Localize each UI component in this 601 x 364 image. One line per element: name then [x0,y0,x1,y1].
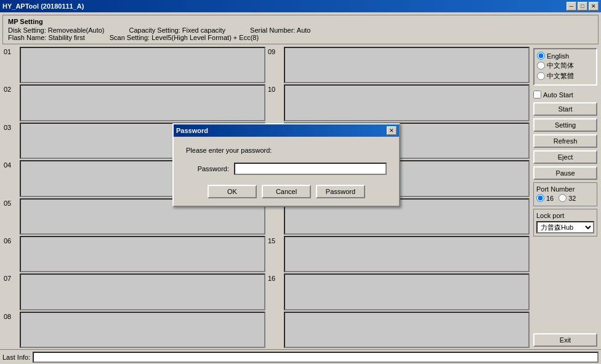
slot-16: 16 [267,273,530,310]
port-16-radio[interactable] [536,194,544,202]
close-button[interactable]: ✕ [589,2,599,10]
lock-port-group: Lock port 力普森Hub [533,209,597,237]
title-bar-buttons: ─ □ ✕ [567,2,599,10]
status-label: Last Info: [2,354,30,361]
slot-09: 09 [267,47,530,83]
slot-01-number: 01 [2,47,20,83]
password-dialog: Password ✕ Please enter your password: P… [172,123,400,207]
port-32-radio[interactable] [559,194,567,202]
dialog-field-label: Password: [186,165,229,172]
maximize-button[interactable]: □ [578,2,587,10]
slot-09-number: 09 [267,47,284,83]
dialog-close-button[interactable]: ✕ [387,126,397,135]
lang-traditional-item[interactable]: 中文繁體 [537,71,594,81]
slot-08-number: 08 [2,312,20,348]
dialog-buttons: OK Cancel Password [186,185,387,198]
slot-10: 10 [267,84,530,121]
slot-06-box [20,236,265,272]
port-32-label: 32 [568,195,576,202]
lang-traditional-radio[interactable] [537,72,545,80]
port-16-label: 16 [546,195,554,202]
mp-setting-group: MP Setting Disk Setting: Removeable(Auto… [2,15,599,44]
slot-17 [267,312,530,348]
slot-16-number: 16 [267,273,284,310]
port-16-item[interactable]: 16 [536,194,554,202]
setting-button[interactable]: Setting [533,118,597,132]
mp-setting-row2: Flash Name: Stability first Scan Setting… [8,34,593,41]
dialog-body: Please enter your password: Password: OK… [174,137,399,206]
port-32-item[interactable]: 32 [559,194,576,202]
mp-setting-label: MP Setting [8,18,593,25]
slot-10-number: 10 [267,84,284,121]
lock-port-select[interactable]: 力普森Hub [536,221,594,233]
cancel-button[interactable]: Cancel [262,185,311,198]
right-panel: English 中文简体 中文繁體 Auto Start Start Sett [532,47,599,348]
lock-port-title: Lock port [536,212,594,219]
slot-17-box [284,312,530,348]
slot-15: 15 [267,236,530,272]
slot-07-number: 07 [2,273,20,310]
disk-setting: Disk Setting: Removeable(Auto) [8,26,105,34]
dialog-title: Password [176,127,208,134]
slot-07: 07 [2,273,265,310]
slot-10-box [284,84,530,121]
mp-setting-row1: Disk Setting: Removeable(Auto) Capacity … [8,26,593,34]
slot-02-box [20,84,265,121]
ok-button[interactable]: OK [208,185,257,198]
flash-name: Flash Name: Stability first [8,34,85,41]
slot-17-number [267,312,284,348]
slot-08-box [20,312,265,348]
slot-01: 01 [2,47,265,83]
lang-simplified-label: 中文简体 [547,61,574,70]
exit-button[interactable]: Exit [533,333,597,347]
slot-15-box [284,236,530,272]
lang-simplified-item[interactable]: 中文简体 [537,61,594,70]
title-bar: HY_APTool (20180111_A) ─ □ ✕ [0,0,601,12]
slot-07-box [20,273,265,310]
lang-traditional-label: 中文繁體 [547,71,574,81]
dialog-field-row: Password: [186,163,387,175]
dialog-title-bar: Password ✕ [174,124,399,137]
capacity-setting: Capacity Setting: Fixed capacity [129,26,226,34]
lang-english-item[interactable]: English [537,52,594,60]
language-group: English 中文简体 中文繁體 [533,48,597,86]
port-number-title: Port Number [536,185,594,193]
slot-05-number: 05 [2,198,20,235]
pause-button[interactable]: Pause [533,166,597,180]
lang-english-radio[interactable] [537,52,545,60]
password-button[interactable]: Password [316,185,365,198]
slot-08: 08 [2,312,265,348]
dialog-prompt: Please enter your password: [186,147,387,154]
lang-simplified-radio[interactable] [537,62,545,70]
auto-start-checkbox[interactable] [533,91,541,99]
eject-button[interactable]: Eject [533,150,597,164]
minimize-button[interactable]: ─ [567,2,576,10]
scan-setting: Scan Setting: Level5(High Level Format) … [110,34,259,41]
slot-04-number: 04 [2,160,20,196]
auto-start-row[interactable]: Auto Start [533,91,597,99]
password-input[interactable] [234,163,387,175]
slot-02: 02 [2,84,265,121]
slot-06-number: 06 [2,236,20,272]
slot-16-box [284,273,530,310]
window-title: HY_APTool (20180111_A) [2,2,84,10]
slot-02-number: 02 [2,84,20,121]
refresh-button[interactable]: Refresh [533,134,597,148]
port-radio-row: 16 32 [536,194,594,203]
status-value [33,352,599,363]
slot-09-box [284,47,530,83]
lang-english-label: English [547,52,569,60]
slot-06: 06 [2,236,265,272]
start-button[interactable]: Start [533,102,597,116]
slot-03-number: 03 [2,123,20,159]
status-bar: Last Info: [0,349,601,364]
port-number-group: Port Number 16 32 [533,182,597,206]
auto-start-label: Auto Start [543,91,573,99]
serial-number: Serial Number: Auto [250,26,310,34]
slot-01-box [20,47,265,83]
slot-15-number: 15 [267,236,284,272]
